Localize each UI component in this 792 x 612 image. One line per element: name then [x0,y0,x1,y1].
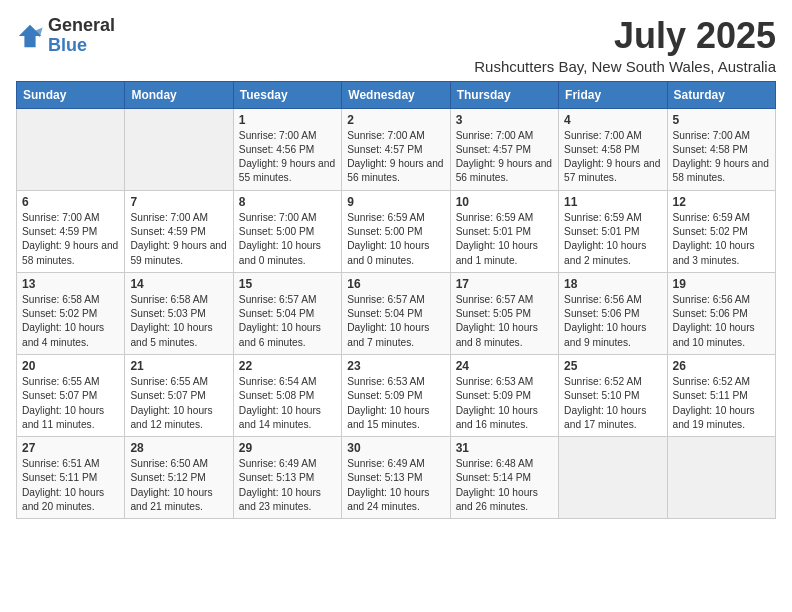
header-cell-friday: Friday [559,81,667,108]
calendar-cell: 6Sunrise: 7:00 AM Sunset: 4:59 PM Daylig… [17,190,125,272]
calendar-week-4: 20Sunrise: 6:55 AM Sunset: 5:07 PM Dayli… [17,354,776,436]
day-info: Sunrise: 6:59 AM Sunset: 5:01 PM Dayligh… [564,211,661,268]
day-number: 28 [130,441,227,455]
logo-text: General Blue [48,16,115,56]
day-number: 27 [22,441,119,455]
day-number: 25 [564,359,661,373]
day-number: 11 [564,195,661,209]
header-cell-monday: Monday [125,81,233,108]
page-header: General Blue July 2025 Rushcutters Bay, … [16,16,776,75]
day-number: 1 [239,113,336,127]
calendar-week-1: 1Sunrise: 7:00 AM Sunset: 4:56 PM Daylig… [17,108,776,190]
day-number: 7 [130,195,227,209]
day-number: 20 [22,359,119,373]
calendar-cell: 30Sunrise: 6:49 AM Sunset: 5:13 PM Dayli… [342,437,450,519]
day-info: Sunrise: 6:58 AM Sunset: 5:03 PM Dayligh… [130,293,227,350]
calendar-cell: 13Sunrise: 6:58 AM Sunset: 5:02 PM Dayli… [17,272,125,354]
calendar-cell: 12Sunrise: 6:59 AM Sunset: 5:02 PM Dayli… [667,190,775,272]
calendar-cell: 1Sunrise: 7:00 AM Sunset: 4:56 PM Daylig… [233,108,341,190]
location-title: Rushcutters Bay, New South Wales, Austra… [474,58,776,75]
day-number: 4 [564,113,661,127]
calendar-header: SundayMondayTuesdayWednesdayThursdayFrid… [17,81,776,108]
calendar-cell [559,437,667,519]
calendar-cell [125,108,233,190]
calendar-cell: 7Sunrise: 7:00 AM Sunset: 4:59 PM Daylig… [125,190,233,272]
header-cell-sunday: Sunday [17,81,125,108]
day-info: Sunrise: 7:00 AM Sunset: 4:59 PM Dayligh… [22,211,119,268]
day-info: Sunrise: 6:56 AM Sunset: 5:06 PM Dayligh… [673,293,770,350]
logo-general-text: General [48,16,115,36]
header-row: SundayMondayTuesdayWednesdayThursdayFrid… [17,81,776,108]
day-info: Sunrise: 7:00 AM Sunset: 4:59 PM Dayligh… [130,211,227,268]
calendar-cell: 4Sunrise: 7:00 AM Sunset: 4:58 PM Daylig… [559,108,667,190]
calendar-cell: 5Sunrise: 7:00 AM Sunset: 4:58 PM Daylig… [667,108,775,190]
logo-icon [16,22,44,50]
calendar-cell: 15Sunrise: 6:57 AM Sunset: 5:04 PM Dayli… [233,272,341,354]
day-number: 9 [347,195,444,209]
day-number: 31 [456,441,553,455]
day-number: 30 [347,441,444,455]
calendar-cell: 31Sunrise: 6:48 AM Sunset: 5:14 PM Dayli… [450,437,558,519]
day-number: 6 [22,195,119,209]
day-number: 5 [673,113,770,127]
day-number: 18 [564,277,661,291]
day-info: Sunrise: 6:57 AM Sunset: 5:04 PM Dayligh… [347,293,444,350]
calendar-week-2: 6Sunrise: 7:00 AM Sunset: 4:59 PM Daylig… [17,190,776,272]
day-number: 23 [347,359,444,373]
calendar-cell: 11Sunrise: 6:59 AM Sunset: 5:01 PM Dayli… [559,190,667,272]
calendar-cell: 17Sunrise: 6:57 AM Sunset: 5:05 PM Dayli… [450,272,558,354]
calendar-cell: 9Sunrise: 6:59 AM Sunset: 5:00 PM Daylig… [342,190,450,272]
day-number: 12 [673,195,770,209]
day-info: Sunrise: 6:50 AM Sunset: 5:12 PM Dayligh… [130,457,227,514]
calendar-cell: 2Sunrise: 7:00 AM Sunset: 4:57 PM Daylig… [342,108,450,190]
calendar-cell [667,437,775,519]
day-info: Sunrise: 6:57 AM Sunset: 5:04 PM Dayligh… [239,293,336,350]
day-info: Sunrise: 6:57 AM Sunset: 5:05 PM Dayligh… [456,293,553,350]
day-number: 19 [673,277,770,291]
day-number: 29 [239,441,336,455]
day-info: Sunrise: 6:54 AM Sunset: 5:08 PM Dayligh… [239,375,336,432]
header-cell-wednesday: Wednesday [342,81,450,108]
day-number: 26 [673,359,770,373]
calendar-table: SundayMondayTuesdayWednesdayThursdayFrid… [16,81,776,520]
day-number: 17 [456,277,553,291]
day-number: 22 [239,359,336,373]
calendar-cell: 16Sunrise: 6:57 AM Sunset: 5:04 PM Dayli… [342,272,450,354]
day-info: Sunrise: 6:49 AM Sunset: 5:13 PM Dayligh… [347,457,444,514]
calendar-cell: 25Sunrise: 6:52 AM Sunset: 5:10 PM Dayli… [559,354,667,436]
calendar-cell: 8Sunrise: 7:00 AM Sunset: 5:00 PM Daylig… [233,190,341,272]
logo-blue-text: Blue [48,36,115,56]
day-info: Sunrise: 6:49 AM Sunset: 5:13 PM Dayligh… [239,457,336,514]
header-cell-thursday: Thursday [450,81,558,108]
day-info: Sunrise: 7:00 AM Sunset: 4:58 PM Dayligh… [673,129,770,186]
day-number: 10 [456,195,553,209]
day-number: 24 [456,359,553,373]
day-number: 21 [130,359,227,373]
day-number: 14 [130,277,227,291]
day-info: Sunrise: 6:51 AM Sunset: 5:11 PM Dayligh… [22,457,119,514]
day-info: Sunrise: 7:00 AM Sunset: 4:57 PM Dayligh… [347,129,444,186]
calendar-cell: 10Sunrise: 6:59 AM Sunset: 5:01 PM Dayli… [450,190,558,272]
calendar-cell: 28Sunrise: 6:50 AM Sunset: 5:12 PM Dayli… [125,437,233,519]
header-cell-saturday: Saturday [667,81,775,108]
calendar-cell: 24Sunrise: 6:53 AM Sunset: 5:09 PM Dayli… [450,354,558,436]
day-info: Sunrise: 6:55 AM Sunset: 5:07 PM Dayligh… [22,375,119,432]
day-info: Sunrise: 7:00 AM Sunset: 4:58 PM Dayligh… [564,129,661,186]
day-number: 16 [347,277,444,291]
day-info: Sunrise: 6:56 AM Sunset: 5:06 PM Dayligh… [564,293,661,350]
calendar-cell: 20Sunrise: 6:55 AM Sunset: 5:07 PM Dayli… [17,354,125,436]
calendar-body: 1Sunrise: 7:00 AM Sunset: 4:56 PM Daylig… [17,108,776,519]
day-info: Sunrise: 7:00 AM Sunset: 4:57 PM Dayligh… [456,129,553,186]
day-info: Sunrise: 6:53 AM Sunset: 5:09 PM Dayligh… [347,375,444,432]
day-number: 13 [22,277,119,291]
svg-marker-0 [19,25,41,47]
calendar-week-5: 27Sunrise: 6:51 AM Sunset: 5:11 PM Dayli… [17,437,776,519]
day-info: Sunrise: 7:00 AM Sunset: 5:00 PM Dayligh… [239,211,336,268]
day-number: 3 [456,113,553,127]
calendar-cell: 14Sunrise: 6:58 AM Sunset: 5:03 PM Dayli… [125,272,233,354]
day-info: Sunrise: 6:59 AM Sunset: 5:02 PM Dayligh… [673,211,770,268]
calendar-cell: 22Sunrise: 6:54 AM Sunset: 5:08 PM Dayli… [233,354,341,436]
calendar-cell: 29Sunrise: 6:49 AM Sunset: 5:13 PM Dayli… [233,437,341,519]
day-info: Sunrise: 6:53 AM Sunset: 5:09 PM Dayligh… [456,375,553,432]
day-info: Sunrise: 6:59 AM Sunset: 5:00 PM Dayligh… [347,211,444,268]
